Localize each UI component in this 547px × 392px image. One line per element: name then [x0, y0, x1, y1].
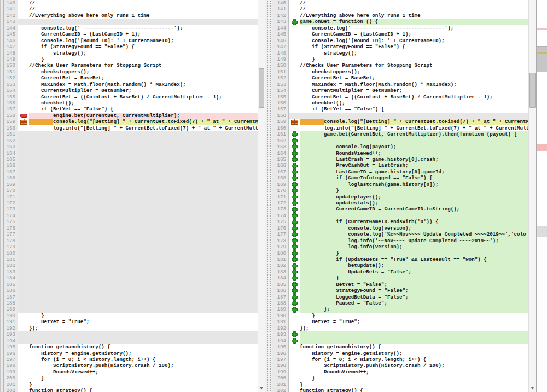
overview-changed-mark[interactable]: [537, 52, 547, 54]
diff-marker-cell: [289, 250, 300, 256]
line-number: 202: [4, 388, 18, 392]
line-number: 150: [4, 62, 18, 68]
line-number: 169: [4, 182, 18, 188]
left-code-area[interactable]: 140//141//142//Everything above here onl…: [4, 0, 258, 392]
diff-marker-cell: [18, 362, 29, 368]
line-number: 185: [4, 282, 18, 288]
diff-overview-bar[interactable]: [536, 0, 547, 392]
code-text: console.log(payout);: [300, 144, 528, 150]
code-line: 200 }: [272, 375, 528, 381]
line-number: 175: [4, 219, 18, 225]
code-text: console.log(' --------------------------…: [29, 25, 258, 31]
diff-marker-cell: [18, 125, 29, 131]
code-line: 177: [4, 231, 258, 237]
added-line-plus-icon: [292, 244, 298, 250]
diff-marker-cell: [18, 75, 29, 81]
added-line-plus-icon: [292, 163, 298, 169]
code-line: 170: [4, 188, 258, 194]
line-number: 191: [4, 319, 18, 325]
code-text: [29, 144, 258, 150]
diff-marker-cell: [289, 19, 300, 25]
code-line: 194: [272, 338, 528, 344]
diff-marker-cell: [18, 31, 29, 37]
line-number: 164: [4, 150, 18, 156]
code-line: 144 console.log(' ----------------------…: [4, 25, 258, 31]
diff-marker-cell: [18, 288, 29, 294]
diff-marker-cell: [18, 356, 29, 362]
code-line: 151 checkstoppers();: [4, 69, 258, 75]
added-line-plus-icon: [292, 138, 298, 144]
overview-region-band[interactable]: [537, 46, 547, 72]
right-scrollbar-down-arrow-icon[interactable]: ▼: [529, 385, 536, 392]
line-number: 175: [272, 219, 289, 225]
code-text: [29, 219, 258, 225]
code-line: 155 CurrentBet = ((CoinLost + BaseBet) /…: [4, 94, 258, 100]
overview-changed-mark[interactable]: [537, 28, 547, 30]
overview-document-area[interactable]: [537, 237, 547, 392]
line-number: 198: [272, 362, 289, 368]
line-number: 194: [4, 338, 18, 344]
line-number: 160: [272, 125, 289, 131]
added-line-plus-icon: [292, 269, 298, 275]
code-text: PrevCashOut = LastCrash;: [300, 162, 528, 168]
left-scrollbar-thumb[interactable]: [259, 68, 264, 108]
diff-marker-cell: [18, 231, 29, 237]
code-line: 157 if (BetYet == "False") {: [4, 106, 258, 112]
line-number: 145: [4, 31, 18, 37]
code-line: 189 };: [272, 306, 528, 312]
code-text: LastCrash = game.history[0].crash;: [300, 156, 528, 162]
line-number: 161: [4, 131, 18, 137]
diff-marker-cell: [18, 13, 29, 19]
overview-removed-mark[interactable]: [537, 144, 547, 151]
line-number: 193: [272, 331, 289, 337]
right-scrollbar-thumb[interactable]: [529, 73, 536, 108]
line-number: 190: [272, 313, 289, 319]
code-text: checkbet();: [29, 100, 258, 106]
code-line: 159 console.log("[Betting] " + CurrentBe…: [4, 119, 258, 125]
code-text: };: [300, 306, 528, 312]
diff-marker-cell: [18, 156, 29, 162]
diff-marker-cell: [289, 382, 300, 388]
right-vertical-scrollbar[interactable]: ▼: [528, 0, 536, 392]
code-text: [29, 256, 258, 262]
code-line: 171 updateplayer();: [272, 194, 528, 200]
line-number: 186: [272, 288, 289, 294]
diff-marker-cell: [18, 331, 29, 337]
line-number: 178: [272, 238, 289, 244]
diff-marker-cell: [289, 62, 300, 68]
code-text: RoundsViewed++;: [300, 369, 528, 375]
removed-line-minus-icon: [20, 114, 27, 118]
diff-marker-cell: [289, 169, 300, 175]
diff-marker-cell: [289, 350, 300, 356]
right-code-area[interactable]: 140//141//142//Everything above here onl…: [272, 0, 528, 392]
code-text: CurrentGameID = CurrentGameID.toString()…: [300, 206, 528, 212]
added-line-plus-icon: [292, 200, 298, 206]
changed-line-icon: [291, 119, 298, 125]
added-line-plus-icon: [292, 225, 298, 231]
code-text: function strategy() {: [300, 388, 528, 392]
overview-region-band[interactable]: [537, 226, 547, 237]
line-number: 159: [272, 119, 289, 125]
line-number: 168: [4, 175, 18, 181]
code-line: 201}: [4, 382, 258, 388]
code-line: 189: [4, 306, 258, 312]
code-text: [29, 238, 258, 244]
code-line: 196 History = engine.getHistory();: [4, 350, 258, 356]
left-vertical-scrollbar[interactable]: ▼: [258, 0, 265, 392]
diff-marker-cell: [289, 150, 300, 156]
code-line: 169: [4, 182, 258, 188]
code-text: log.info('~~Nov~~~~ Update Completed ~~~…: [300, 238, 528, 244]
diff-marker-cell: [289, 138, 300, 144]
code-text: loglastcrash(game.history[0]);: [300, 182, 528, 188]
line-number: 200: [4, 375, 18, 381]
diff-marker-cell: [289, 275, 300, 281]
code-text: game.onBet = function () {: [300, 19, 528, 25]
diff-marker-cell: [289, 206, 300, 212]
line-number: 174: [272, 213, 289, 219]
pane-splitter-handle[interactable]: [265, 0, 272, 392]
code-text: ScriptHistory.push(History.crash / 100);: [29, 362, 258, 368]
diff-marker-cell: [18, 144, 29, 150]
left-scrollbar-down-arrow-icon[interactable]: ▼: [258, 385, 265, 392]
code-text: log.info("[Betting] " + CurrentBet.toFix…: [29, 125, 258, 131]
code-line: 163 console.log(payout);: [272, 144, 528, 150]
